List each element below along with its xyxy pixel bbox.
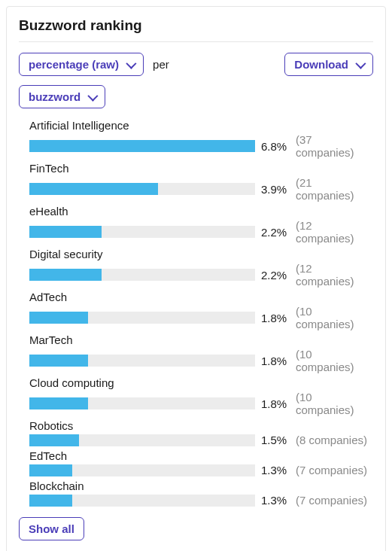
bar-percentage: 1.3% xyxy=(261,494,290,507)
bar-fill xyxy=(29,269,102,281)
bar-count: (10 companies) xyxy=(296,391,373,416)
bar-track xyxy=(29,269,255,281)
metric-dropdown-label: percentage (raw) xyxy=(29,58,119,71)
bar-count: (7 companies) xyxy=(296,464,367,476)
bar-row: 1.3%(7 companies) xyxy=(29,464,373,476)
bar-percentage: 1.5% xyxy=(261,434,290,446)
controls-row-2: buzzword xyxy=(19,85,373,108)
bar-track xyxy=(29,226,255,238)
bar-track xyxy=(29,183,255,195)
bar-track xyxy=(29,355,255,367)
bar-fill xyxy=(29,355,88,367)
bar-item: AdTech1.8%(10 companies) xyxy=(29,291,373,330)
bar-item: EdTech1.3%(7 companies) xyxy=(29,449,373,476)
bar-label: Cloud computing xyxy=(29,376,373,389)
bar-percentage: 1.3% xyxy=(261,464,290,476)
bar-label: AdTech xyxy=(29,291,373,303)
bar-item: FinTech3.9%(21 companies) xyxy=(29,162,373,202)
bar-track xyxy=(29,397,255,409)
bar-row: 1.8%(10 companies) xyxy=(29,305,373,330)
dimension-dropdown[interactable]: buzzword xyxy=(19,85,105,108)
bar-row: 6.8%(37 companies) xyxy=(29,133,373,159)
bar-count: (12 companies) xyxy=(296,219,373,245)
bar-label: MarTech xyxy=(29,333,373,346)
show-all-label: Show all xyxy=(29,522,74,535)
bar-fill xyxy=(29,183,158,195)
bar-count: (10 companies) xyxy=(296,348,373,373)
bar-count: (10 companies) xyxy=(296,305,373,330)
bar-percentage: 1.8% xyxy=(261,312,290,324)
bar-label: eHealth xyxy=(29,205,373,218)
bar-count: (21 companies) xyxy=(296,176,373,202)
bar-percentage: 6.8% xyxy=(261,140,290,153)
bar-track xyxy=(29,434,255,446)
bar-fill xyxy=(29,312,88,324)
bar-row: 3.9%(21 companies) xyxy=(29,176,373,202)
bar-label: Blockchain xyxy=(29,479,373,492)
download-button[interactable]: Download xyxy=(284,53,373,76)
buzzword-ranking-card: Buzzword ranking percentage (raw) per Do… xyxy=(6,6,386,551)
bar-item: Robotics1.5%(8 companies) xyxy=(29,419,373,446)
bar-fill xyxy=(29,397,88,409)
bar-row: 2.2%(12 companies) xyxy=(29,219,373,245)
bar-track xyxy=(29,140,255,152)
bar-fill xyxy=(29,464,72,476)
bar-count: (7 companies) xyxy=(296,494,367,507)
bar-percentage: 2.2% xyxy=(261,269,290,282)
bar-percentage: 1.8% xyxy=(261,397,290,410)
chevron-down-icon xyxy=(126,58,136,68)
bar-row: 1.5%(8 companies) xyxy=(29,434,373,446)
bar-fill xyxy=(29,495,72,507)
show-all-button[interactable]: Show all xyxy=(19,517,84,540)
card-title: Buzzword ranking xyxy=(19,17,373,42)
bar-fill xyxy=(29,434,79,446)
download-button-label: Download xyxy=(294,58,348,71)
bar-chart: Artificial Intelligence6.8%(37 companies… xyxy=(19,119,373,507)
bar-row: 1.3%(7 companies) xyxy=(29,494,373,507)
bar-row: 1.8%(10 companies) xyxy=(29,391,373,416)
bar-label: Artificial Intelligence xyxy=(29,119,373,132)
showall-row: Show all xyxy=(19,517,373,540)
bar-percentage: 2.2% xyxy=(261,226,290,239)
bar-row: 1.8%(10 companies) xyxy=(29,348,373,373)
bar-track xyxy=(29,312,255,324)
chevron-down-icon xyxy=(87,90,98,101)
controls-row-1: percentage (raw) per Download xyxy=(19,53,373,76)
bar-item: MarTech1.8%(10 companies) xyxy=(29,333,373,373)
bar-track xyxy=(29,464,255,476)
bar-item: Digital security2.2%(12 companies) xyxy=(29,248,373,288)
bar-item: Artificial Intelligence6.8%(37 companies… xyxy=(29,119,373,159)
bar-fill xyxy=(29,226,102,238)
bar-track xyxy=(29,495,255,507)
bar-label: EdTech xyxy=(29,449,373,462)
bar-fill xyxy=(29,140,255,152)
bar-item: Blockchain1.3%(7 companies) xyxy=(29,479,373,507)
bar-percentage: 3.9% xyxy=(261,183,290,196)
metric-dropdown[interactable]: percentage (raw) xyxy=(19,53,144,76)
per-label: per xyxy=(153,58,169,71)
bar-count: (12 companies) xyxy=(296,262,373,288)
bar-row: 2.2%(12 companies) xyxy=(29,262,373,288)
bar-count: (37 companies) xyxy=(296,133,373,159)
bar-label: Robotics xyxy=(29,419,373,432)
bar-item: eHealth2.2%(12 companies) xyxy=(29,205,373,245)
bar-label: FinTech xyxy=(29,162,373,175)
bar-percentage: 1.8% xyxy=(261,355,290,367)
bar-label: Digital security xyxy=(29,248,373,260)
chevron-down-icon xyxy=(355,58,366,68)
dimension-dropdown-label: buzzword xyxy=(29,90,81,103)
bar-item: Cloud computing1.8%(10 companies) xyxy=(29,376,373,416)
bar-count: (8 companies) xyxy=(296,434,367,446)
